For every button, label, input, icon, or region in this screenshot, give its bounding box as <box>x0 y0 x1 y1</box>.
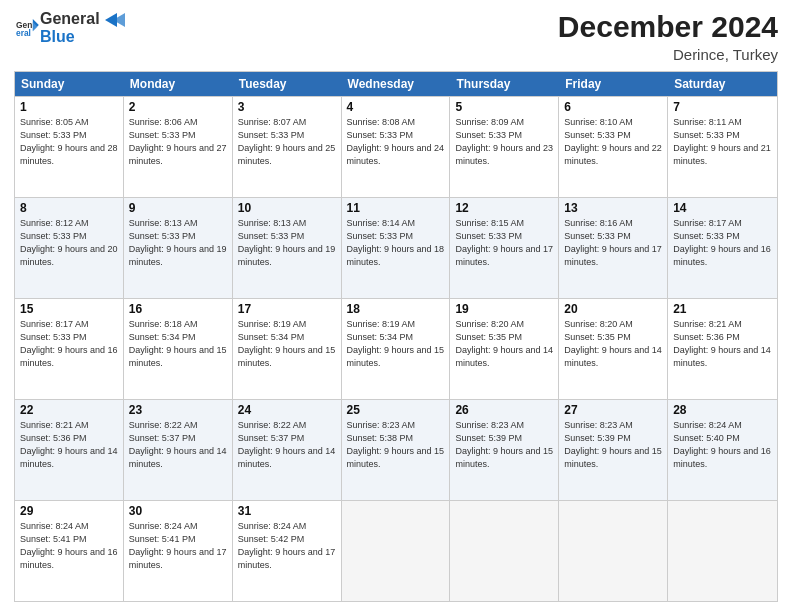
day-number: 8 <box>20 201 118 215</box>
daylight-text: Daylight: 9 hours and 14 minutes. <box>455 345 553 368</box>
day-number: 25 <box>347 403 445 417</box>
day-number: 26 <box>455 403 553 417</box>
svg-text:eral: eral <box>16 28 31 38</box>
sunrise-text: Sunrise: 8:05 AM <box>20 117 89 127</box>
daylight-text: Daylight: 9 hours and 21 minutes. <box>673 143 771 166</box>
day-number: 18 <box>347 302 445 316</box>
daylight-text: Daylight: 9 hours and 14 minutes. <box>20 446 118 469</box>
day-cell-27: 27 Sunrise: 8:23 AM Sunset: 5:39 PM Dayl… <box>559 400 668 500</box>
day-cell-2: 2 Sunrise: 8:06 AM Sunset: 5:33 PM Dayli… <box>124 97 233 197</box>
cell-info: Sunrise: 8:17 AM Sunset: 5:33 PM Dayligh… <box>673 217 772 269</box>
day-number: 10 <box>238 201 336 215</box>
day-number: 17 <box>238 302 336 316</box>
daylight-text: Daylight: 9 hours and 17 minutes. <box>129 547 227 570</box>
daylight-text: Daylight: 9 hours and 15 minutes. <box>564 446 662 469</box>
day-number: 5 <box>455 100 553 114</box>
cell-info: Sunrise: 8:11 AM Sunset: 5:33 PM Dayligh… <box>673 116 772 168</box>
daylight-text: Daylight: 9 hours and 15 minutes. <box>455 446 553 469</box>
daylight-text: Daylight: 9 hours and 25 minutes. <box>238 143 336 166</box>
day-number: 31 <box>238 504 336 518</box>
sunset-text: Sunset: 5:33 PM <box>564 231 631 241</box>
calendar-row-3: 15 Sunrise: 8:17 AM Sunset: 5:33 PM Dayl… <box>15 298 777 399</box>
day-cell-5: 5 Sunrise: 8:09 AM Sunset: 5:33 PM Dayli… <box>450 97 559 197</box>
sunrise-text: Sunrise: 8:24 AM <box>673 420 742 430</box>
empty-cell <box>342 501 451 601</box>
sunset-text: Sunset: 5:35 PM <box>564 332 631 342</box>
day-number: 21 <box>673 302 772 316</box>
sunrise-text: Sunrise: 8:13 AM <box>129 218 198 228</box>
daylight-text: Daylight: 9 hours and 20 minutes. <box>20 244 118 267</box>
header-thursday: Thursday <box>450 72 559 96</box>
day-number: 30 <box>129 504 227 518</box>
sunrise-text: Sunrise: 8:22 AM <box>238 420 307 430</box>
sunset-text: Sunset: 5:41 PM <box>129 534 196 544</box>
day-cell-30: 30 Sunrise: 8:24 AM Sunset: 5:41 PM Dayl… <box>124 501 233 601</box>
daylight-text: Daylight: 9 hours and 15 minutes. <box>347 345 445 368</box>
sunrise-text: Sunrise: 8:09 AM <box>455 117 524 127</box>
calendar-body: 1 Sunrise: 8:05 AM Sunset: 5:33 PM Dayli… <box>15 96 777 601</box>
day-number: 3 <box>238 100 336 114</box>
title-block: December 2024 Derince, Turkey <box>558 10 778 63</box>
cell-info: Sunrise: 8:09 AM Sunset: 5:33 PM Dayligh… <box>455 116 553 168</box>
day-number: 1 <box>20 100 118 114</box>
cell-info: Sunrise: 8:19 AM Sunset: 5:34 PM Dayligh… <box>347 318 445 370</box>
cell-info: Sunrise: 8:24 AM Sunset: 5:41 PM Dayligh… <box>129 520 227 572</box>
sunrise-text: Sunrise: 8:24 AM <box>20 521 89 531</box>
header-saturday: Saturday <box>668 72 777 96</box>
day-number: 2 <box>129 100 227 114</box>
day-number: 22 <box>20 403 118 417</box>
sunset-text: Sunset: 5:34 PM <box>347 332 414 342</box>
sunrise-text: Sunrise: 8:17 AM <box>673 218 742 228</box>
day-cell-9: 9 Sunrise: 8:13 AM Sunset: 5:33 PM Dayli… <box>124 198 233 298</box>
sunrise-text: Sunrise: 8:23 AM <box>347 420 416 430</box>
logo-blue: Blue <box>40 28 125 46</box>
day-cell-12: 12 Sunrise: 8:15 AM Sunset: 5:33 PM Dayl… <box>450 198 559 298</box>
calendar-header: Sunday Monday Tuesday Wednesday Thursday… <box>15 72 777 96</box>
day-number: 4 <box>347 100 445 114</box>
cell-info: Sunrise: 8:17 AM Sunset: 5:33 PM Dayligh… <box>20 318 118 370</box>
sunrise-text: Sunrise: 8:20 AM <box>455 319 524 329</box>
sunset-text: Sunset: 5:38 PM <box>347 433 414 443</box>
page: Gen eral General Blue December 2024 Deri… <box>0 0 792 612</box>
sunset-text: Sunset: 5:33 PM <box>20 231 87 241</box>
sunset-text: Sunset: 5:33 PM <box>20 130 87 140</box>
day-cell-6: 6 Sunrise: 8:10 AM Sunset: 5:33 PM Dayli… <box>559 97 668 197</box>
cell-info: Sunrise: 8:13 AM Sunset: 5:33 PM Dayligh… <box>129 217 227 269</box>
sunrise-text: Sunrise: 8:11 AM <box>673 117 742 127</box>
day-number: 14 <box>673 201 772 215</box>
header-monday: Monday <box>124 72 233 96</box>
cell-info: Sunrise: 8:22 AM Sunset: 5:37 PM Dayligh… <box>238 419 336 471</box>
sunset-text: Sunset: 5:36 PM <box>20 433 87 443</box>
logo-arrow <box>105 13 125 27</box>
daylight-text: Daylight: 9 hours and 16 minutes. <box>673 446 771 469</box>
sunrise-text: Sunrise: 8:06 AM <box>129 117 198 127</box>
sunrise-text: Sunrise: 8:20 AM <box>564 319 633 329</box>
cell-info: Sunrise: 8:24 AM Sunset: 5:40 PM Dayligh… <box>673 419 772 471</box>
calendar-row-5: 29 Sunrise: 8:24 AM Sunset: 5:41 PM Dayl… <box>15 500 777 601</box>
daylight-text: Daylight: 9 hours and 22 minutes. <box>564 143 662 166</box>
cell-info: Sunrise: 8:05 AM Sunset: 5:33 PM Dayligh… <box>20 116 118 168</box>
sunrise-text: Sunrise: 8:13 AM <box>238 218 307 228</box>
day-number: 24 <box>238 403 336 417</box>
day-number: 23 <box>129 403 227 417</box>
sunrise-text: Sunrise: 8:23 AM <box>564 420 633 430</box>
day-number: 11 <box>347 201 445 215</box>
subtitle: Derince, Turkey <box>558 46 778 63</box>
sunset-text: Sunset: 5:36 PM <box>673 332 740 342</box>
sunset-text: Sunset: 5:33 PM <box>238 231 305 241</box>
day-cell-28: 28 Sunrise: 8:24 AM Sunset: 5:40 PM Dayl… <box>668 400 777 500</box>
day-number: 13 <box>564 201 662 215</box>
sunset-text: Sunset: 5:33 PM <box>238 130 305 140</box>
sunset-text: Sunset: 5:33 PM <box>129 231 196 241</box>
sunrise-text: Sunrise: 8:21 AM <box>673 319 742 329</box>
day-cell-25: 25 Sunrise: 8:23 AM Sunset: 5:38 PM Dayl… <box>342 400 451 500</box>
daylight-text: Daylight: 9 hours and 17 minutes. <box>238 547 336 570</box>
daylight-text: Daylight: 9 hours and 14 minutes. <box>564 345 662 368</box>
sunset-text: Sunset: 5:42 PM <box>238 534 305 544</box>
day-cell-10: 10 Sunrise: 8:13 AM Sunset: 5:33 PM Dayl… <box>233 198 342 298</box>
daylight-text: Daylight: 9 hours and 14 minutes. <box>129 446 227 469</box>
sunset-text: Sunset: 5:37 PM <box>129 433 196 443</box>
sunset-text: Sunset: 5:34 PM <box>129 332 196 342</box>
sunset-text: Sunset: 5:33 PM <box>455 231 522 241</box>
day-cell-16: 16 Sunrise: 8:18 AM Sunset: 5:34 PM Dayl… <box>124 299 233 399</box>
